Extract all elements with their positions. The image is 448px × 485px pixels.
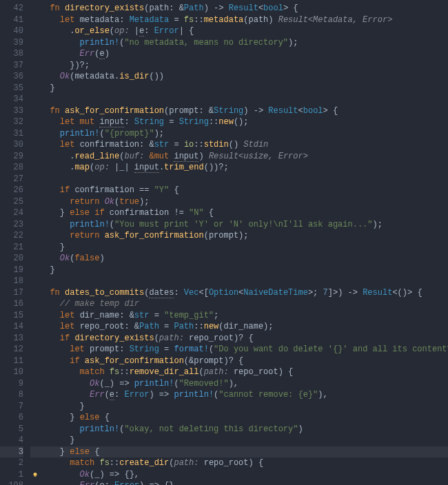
line-number: 8 [0,389,23,401]
token-punct: } [60,208,70,218]
code-line[interactable]: let dir_name: &str = "temp_git"; [40,310,448,322]
line-number: 24 [0,207,23,219]
code-line[interactable]: Err(e: Error) => println!("cannot remove… [40,389,448,401]
token-kw: let mut [60,117,100,127]
code-line[interactable]: let confirmation: &str = io::stdin() Std… [40,139,448,151]
code-line[interactable]: } [40,401,448,413]
code-line[interactable]: Ok(metadata.is_dir()) [40,71,448,83]
token-fn: create_dir [119,458,169,468]
token-var: prompt [209,231,238,240]
token-punct: ); [238,231,248,240]
code-line[interactable]: Ok(_) => println!("Removed!"), [40,378,448,390]
svg-rect-1 [34,475,37,477]
code-line[interactable]: let metadata: Metadata = fs::metadata(pa… [40,14,448,26]
line-number: 14 [0,321,23,333]
code-line[interactable]: if directory_exists(path: repo_root)? { [40,333,448,344]
code-line[interactable]: match fs::remove_dir_all(path: repo_root… [40,367,448,378]
token-punct: : & [198,106,214,116]
lightbulb-icon[interactable] [32,471,39,478]
token-var: input [174,152,198,162]
code-line[interactable]: } [40,265,448,276]
indicator-cell [30,480,40,485]
code-line[interactable]: println!("no metadata, means no director… [40,37,448,49]
code-line[interactable] [40,94,448,105]
code-line[interactable]: Ok(_) => {}, [40,469,448,481]
indicator-cell [30,105,40,117]
code-line[interactable]: return Ok(true); [40,196,448,208]
code-line[interactable]: fn dates_to_commits(dates: Vec<[Option<N… [40,287,448,299]
code-line[interactable]: match fs::create_dir(path: repo_root) { [40,457,448,469]
token-var: prompt [90,344,119,354]
token-ty: Path [139,322,159,331]
line-number: 15 [0,310,23,322]
code-line[interactable]: .read_line(buf: &mut input) Result<usize… [40,151,448,163]
code-line[interactable]: let prompt: String = format!("Do you wan… [40,344,448,355]
token-fn: ask_for_confirmation [105,231,204,240]
indicator-cell [30,265,40,276]
token-ty: bool [303,106,323,116]
code-line[interactable]: } else { [40,412,448,424]
code-line[interactable]: println!("You must print 'Y' or 'N' only… [40,219,448,231]
token-punct: ); [263,322,273,331]
code-line[interactable]: println!("{prompt}"); [40,128,448,140]
indicator-cell [30,128,40,140]
code-line[interactable]: } else { [40,446,448,458]
token-var: repo_root [189,333,234,343]
code-area[interactable]: fn directory_exists(path: &Path) -> Resu… [40,0,448,485]
token-var: prompt [169,106,198,116]
token-kw: else [70,447,90,457]
indicator-cell [30,185,40,196]
code-line[interactable]: fn ask_for_confirmation(prompt: &String)… [40,105,448,117]
indicator-cell [30,446,40,458]
token-punct: ) [268,15,278,25]
code-line[interactable]: .map(op: |_| input.trim_end())?; [40,162,448,174]
code-line[interactable]: Ok(false) [40,253,448,265]
token-punct: == [134,185,154,195]
line-number: 23 [0,219,23,231]
code-line[interactable]: // make temp dir [40,298,448,310]
code-line[interactable]: } [40,83,448,94]
line-number: 37 [0,60,23,72]
code-line[interactable] [40,276,448,287]
code-line[interactable]: Err(e) [40,48,448,60]
code-line[interactable]: .or_else(op: |e: Error| { [40,25,448,37]
code-line[interactable] [40,174,448,185]
line-number: 41 [0,14,23,26]
code-line[interactable]: })?; [40,60,448,72]
line-number: 3 [0,446,23,458]
token-str: "{prompt}" [105,129,154,138]
token-ty: Result [268,106,298,116]
indicator-cell [30,219,40,231]
token-fn: remove_dir_all [130,367,199,377]
indicator-cell [30,378,40,390]
token-punct: ( [204,231,209,240]
code-line[interactable]: println!("okay, not deleting this direct… [40,424,448,435]
code-line[interactable]: } else if confirmation != "N" { [40,207,448,219]
line-number: 34 [0,94,23,105]
code-editor[interactable]: 4241403938373635343332313029282726252423… [0,0,448,485]
token-var: metadata [80,15,120,25]
code-line[interactable]: if confirmation == "Y" { [40,185,448,196]
token-ty: Option [209,288,238,298]
line-number: 31 [0,128,23,140]
token-kw: let [60,311,80,320]
indicator-cell [30,344,40,355]
code-line[interactable]: if ask_for_confirmation(&prompt)? { [40,355,448,367]
token-enumv: Ok [60,254,70,263]
code-line[interactable]: } [40,242,448,254]
code-line[interactable]: let repo_root: &Path = Path::new(dir_nam… [40,321,448,333]
code-line[interactable]: let mut input: String = String::new(); [40,116,448,128]
indicator-cell [30,333,40,344]
token-fn: dates_to_commits [65,288,144,298]
code-line[interactable]: return ask_for_confirmation(prompt); [40,230,448,242]
token-punct: ( [110,26,114,36]
code-line[interactable]: fn directory_exists(path: &Path) -> Resu… [40,3,448,14]
token-ty: String [134,117,164,127]
token-punct: { [169,185,179,195]
line-number: 30 [0,139,23,151]
code-line[interactable]: } [40,435,448,446]
token-param: path: [204,367,234,377]
token-punct: : [119,15,129,25]
code-line[interactable]: Err(e: Error) => {}, [40,480,448,485]
line-number: 11 [0,355,23,367]
